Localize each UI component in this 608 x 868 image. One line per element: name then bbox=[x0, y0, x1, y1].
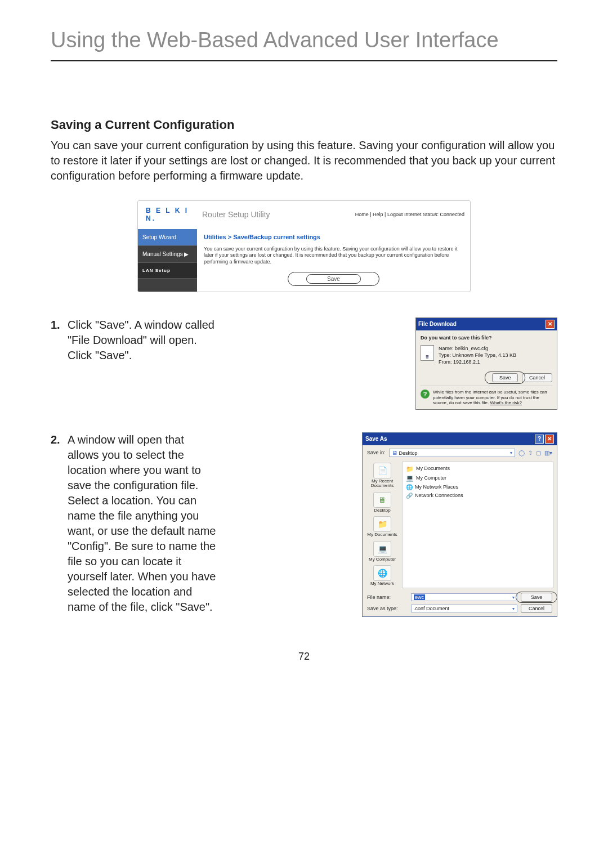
place-recent[interactable]: 📄My Recent Documents bbox=[365, 463, 400, 489]
saveas-cancel-button[interactable]: Cancel bbox=[521, 604, 552, 613]
nav-manual-settings[interactable]: Manual Settings ▶ bbox=[138, 246, 197, 263]
help-icon: ? bbox=[421, 390, 430, 399]
router-utility-screenshot: B E L K I N. Router Setup Utility Home |… bbox=[137, 200, 471, 292]
chevron-down-icon: ▾ bbox=[512, 606, 515, 611]
risk-link[interactable]: What's the risk? bbox=[490, 400, 522, 405]
close-icon[interactable]: ✕ bbox=[546, 320, 555, 329]
file-download-title: File Download bbox=[418, 321, 457, 327]
desktop-icon: 🖥 bbox=[392, 450, 397, 456]
folder-icon: 📁 bbox=[406, 464, 414, 474]
name-value: belkin_ewc.cfg bbox=[455, 346, 488, 351]
page-title: Using the Web-Based Advanced User Interf… bbox=[51, 28, 557, 61]
places-bar: 📄My Recent Documents 🖥Desktop 📁My Docume… bbox=[363, 460, 402, 592]
newfolder-icon[interactable]: ▢ bbox=[536, 450, 541, 456]
views-icon[interactable]: ▥▾ bbox=[544, 450, 552, 456]
type-value: Unknown File Type, 4.13 KB bbox=[453, 352, 516, 358]
save-button[interactable]: Save bbox=[306, 274, 361, 284]
saveastype-label: Save as type: bbox=[367, 606, 408, 611]
back-icon[interactable]: ◯ bbox=[518, 450, 525, 456]
intro-text: You can save your current configuration … bbox=[51, 138, 557, 184]
step-2-text: A window will open that allows you to se… bbox=[68, 432, 217, 617]
file-download-save-button[interactable]: Save bbox=[492, 373, 518, 382]
place-mynetwork[interactable]: 🌐My Network bbox=[365, 565, 400, 586]
router-utility-title: Router Setup Utility bbox=[202, 210, 289, 219]
type-label: Type: bbox=[439, 352, 451, 358]
place-mydocs[interactable]: 📁My Documents bbox=[365, 516, 400, 537]
saveas-save-button[interactable]: Save bbox=[521, 593, 552, 602]
saveastype-field[interactable]: .conf Document▾ bbox=[411, 605, 517, 612]
breadcrumb: Utilities > Save/Backup current settings bbox=[204, 234, 463, 240]
network-icon: 🌐 bbox=[406, 483, 413, 491]
page-number: 72 bbox=[51, 651, 557, 663]
section-heading: Saving a Current Configuration bbox=[51, 118, 557, 132]
filename-field[interactable]: ewc▾ bbox=[411, 593, 517, 601]
step-1-text: Click "Save". A window called "File Down… bbox=[68, 317, 217, 410]
place-mycomputer[interactable]: 💻My Computer bbox=[365, 541, 400, 562]
list-item: 💻My Computer bbox=[406, 473, 549, 483]
from-label: From: bbox=[439, 359, 452, 365]
network-connections-icon: 🔗 bbox=[406, 491, 413, 500]
step-2-number: 2. bbox=[51, 432, 68, 617]
step-1-number: 1. bbox=[51, 317, 68, 410]
file-download-cancel-button[interactable]: Cancel bbox=[522, 373, 552, 382]
router-nav: Setup Wizard Manual Settings ▶ LAN Setup bbox=[138, 229, 197, 292]
close-icon[interactable]: ✕ bbox=[545, 435, 554, 444]
help-button-icon[interactable]: ? bbox=[535, 435, 544, 444]
chevron-down-icon: ▾ bbox=[510, 450, 512, 455]
savein-dropdown[interactable]: 🖥Desktop ▾ bbox=[389, 449, 515, 457]
file-download-warning: While files from the Internet can be use… bbox=[433, 390, 552, 406]
up-icon[interactable]: ⇧ bbox=[528, 450, 533, 456]
filename-label: File name: bbox=[367, 594, 408, 600]
file-list[interactable]: 📁My Documents 💻My Computer 🌐My Network P… bbox=[402, 462, 553, 588]
chevron-down-icon: ▾ bbox=[512, 595, 515, 600]
save-as-dialog: Save As ? ✕ Save in: 🖥Desktop ▾ ◯ ⇧ ▢ ▥▾ bbox=[362, 432, 557, 617]
belkin-logo: B E L K I N. bbox=[144, 207, 202, 222]
nav-lan-setup[interactable]: LAN Setup bbox=[138, 263, 197, 279]
list-item: 📁My Documents bbox=[406, 464, 549, 474]
nav-setup-wizard[interactable]: Setup Wizard bbox=[138, 229, 197, 246]
savein-label: Save in: bbox=[367, 450, 386, 455]
router-description: You can save your current configuration … bbox=[204, 246, 463, 265]
list-item: 🔗Network Connections bbox=[406, 491, 549, 500]
save-as-title: Save As bbox=[365, 436, 387, 442]
place-desktop[interactable]: 🖥Desktop bbox=[365, 492, 400, 513]
router-top-links[interactable]: Home | Help | Logout Internet Status: Co… bbox=[355, 212, 464, 217]
list-item: 🌐My Network Places bbox=[406, 483, 549, 491]
file-download-dialog: File Download ✕ Do you want to save this… bbox=[415, 317, 557, 410]
file-download-question: Do you want to save this file? bbox=[421, 335, 552, 341]
name-label: Name: bbox=[439, 346, 454, 351]
computer-icon: 💻 bbox=[406, 473, 414, 483]
file-icon: ≣ bbox=[421, 345, 434, 361]
from-value: 192.168.2.1 bbox=[453, 359, 480, 365]
